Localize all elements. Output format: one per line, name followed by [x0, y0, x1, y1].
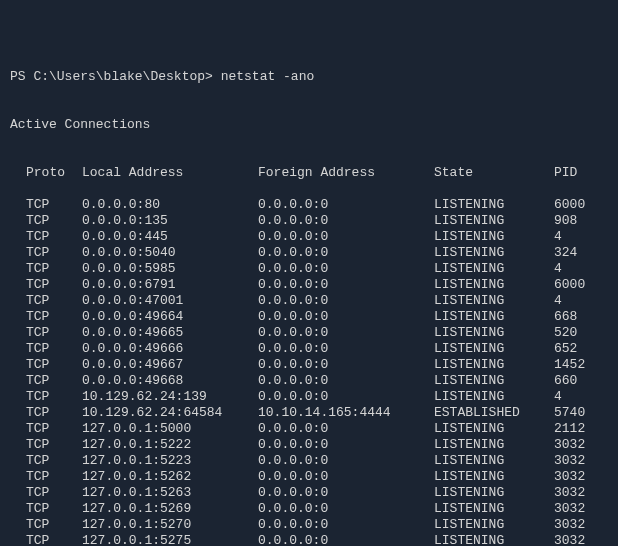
cell-foreign: 0.0.0.0:0: [258, 245, 434, 261]
cell-foreign: 10.10.14.165:4444: [258, 405, 434, 421]
cell-foreign: 0.0.0.0:0: [258, 229, 434, 245]
cell-pid: 3032: [554, 485, 585, 501]
cell-pid: 4: [554, 261, 562, 277]
connection-row: TCP127.0.0.1:50000.0.0.0:0LISTENING2112: [26, 421, 608, 437]
cell-local: 127.0.0.1:5275: [82, 533, 258, 546]
cell-proto: TCP: [26, 309, 82, 325]
cell-proto: TCP: [26, 245, 82, 261]
cell-state: LISTENING: [434, 373, 554, 389]
cell-local: 0.0.0.0:47001: [82, 293, 258, 309]
cell-pid: 4: [554, 293, 562, 309]
cell-state: LISTENING: [434, 469, 554, 485]
cell-proto: TCP: [26, 357, 82, 373]
cell-local: 0.0.0.0:5040: [82, 245, 258, 261]
cell-local: 127.0.0.1:5262: [82, 469, 258, 485]
cell-pid: 3032: [554, 533, 585, 546]
cell-foreign: 0.0.0.0:0: [258, 357, 434, 373]
cell-pid: 3032: [554, 453, 585, 469]
cell-state: LISTENING: [434, 261, 554, 277]
connection-row: TCP0.0.0.0:496650.0.0.0:0LISTENING520: [26, 325, 608, 341]
cell-local: 127.0.0.1:5269: [82, 501, 258, 517]
cell-pid: 324: [554, 245, 577, 261]
cell-proto: TCP: [26, 293, 82, 309]
cell-local: 127.0.0.1:5000: [82, 421, 258, 437]
cell-state: LISTENING: [434, 197, 554, 213]
cell-foreign: 0.0.0.0:0: [258, 469, 434, 485]
cell-state: LISTENING: [434, 229, 554, 245]
cell-foreign: 0.0.0.0:0: [258, 501, 434, 517]
connection-row: TCP127.0.0.1:52750.0.0.0:0LISTENING3032: [26, 533, 608, 546]
col-foreign-header: Foreign Address: [258, 165, 434, 181]
connection-row: TCP127.0.0.1:52620.0.0.0:0LISTENING3032: [26, 469, 608, 485]
connection-row: TCP127.0.0.1:52630.0.0.0:0LISTENING3032: [26, 485, 608, 501]
cell-proto: TCP: [26, 261, 82, 277]
cell-pid: 6000: [554, 197, 585, 213]
cell-state: LISTENING: [434, 309, 554, 325]
col-proto-header: Proto: [26, 165, 82, 181]
cell-foreign: 0.0.0.0:0: [258, 197, 434, 213]
cell-proto: TCP: [26, 421, 82, 437]
cell-proto: TCP: [26, 229, 82, 245]
cell-foreign: 0.0.0.0:0: [258, 533, 434, 546]
cell-proto: TCP: [26, 469, 82, 485]
cell-local: 0.0.0.0:49666: [82, 341, 258, 357]
cell-proto: TCP: [26, 213, 82, 229]
cell-state: LISTENING: [434, 453, 554, 469]
connection-row: TCP10.129.62.24:6458410.10.14.165:4444ES…: [26, 405, 608, 421]
connection-row: TCP0.0.0.0:496640.0.0.0:0LISTENING668: [26, 309, 608, 325]
cell-pid: 908: [554, 213, 577, 229]
cell-proto: TCP: [26, 277, 82, 293]
cell-pid: 668: [554, 309, 577, 325]
connection-row: TCP127.0.0.1:52230.0.0.0:0LISTENING3032: [26, 453, 608, 469]
connection-row: TCP0.0.0.0:496670.0.0.0:0LISTENING1452: [26, 357, 608, 373]
cell-state: LISTENING: [434, 533, 554, 546]
cell-foreign: 0.0.0.0:0: [258, 341, 434, 357]
cell-local: 0.0.0.0:445: [82, 229, 258, 245]
cell-local: 0.0.0.0:6791: [82, 277, 258, 293]
cell-state: LISTENING: [434, 293, 554, 309]
cell-proto: TCP: [26, 453, 82, 469]
cell-foreign: 0.0.0.0:0: [258, 437, 434, 453]
cell-state: LISTENING: [434, 517, 554, 533]
cell-state: LISTENING: [434, 437, 554, 453]
cell-foreign: 0.0.0.0:0: [258, 293, 434, 309]
cell-proto: TCP: [26, 533, 82, 546]
cell-local: 127.0.0.1:5263: [82, 485, 258, 501]
cell-foreign: 0.0.0.0:0: [258, 261, 434, 277]
cell-proto: TCP: [26, 437, 82, 453]
cell-state: LISTENING: [434, 421, 554, 437]
cell-local: 0.0.0.0:49667: [82, 357, 258, 373]
connection-row: TCP0.0.0.0:1350.0.0.0:0LISTENING908: [26, 213, 608, 229]
cell-proto: TCP: [26, 405, 82, 421]
cell-local: 0.0.0.0:135: [82, 213, 258, 229]
cell-local: 0.0.0.0:5985: [82, 261, 258, 277]
cell-state: LISTENING: [434, 389, 554, 405]
column-headers: ProtoLocal AddressForeign AddressStatePI…: [26, 165, 608, 181]
cell-state: LISTENING: [434, 245, 554, 261]
cell-state: LISTENING: [434, 341, 554, 357]
connection-row: TCP0.0.0.0:496660.0.0.0:0LISTENING652: [26, 341, 608, 357]
cell-foreign: 0.0.0.0:0: [258, 485, 434, 501]
col-local-header: Local Address: [82, 165, 258, 181]
cell-pid: 3032: [554, 469, 585, 485]
cell-pid: 3032: [554, 501, 585, 517]
cell-local: 0.0.0.0:80: [82, 197, 258, 213]
cell-proto: TCP: [26, 197, 82, 213]
connection-row: TCP0.0.0.0:800.0.0.0:0LISTENING6000: [26, 197, 608, 213]
cell-foreign: 0.0.0.0:0: [258, 309, 434, 325]
col-pid-header: PID: [554, 165, 577, 181]
cell-local: 127.0.0.1:5223: [82, 453, 258, 469]
cell-state: LISTENING: [434, 213, 554, 229]
col-state-header: State: [434, 165, 554, 181]
cell-foreign: 0.0.0.0:0: [258, 389, 434, 405]
cell-proto: TCP: [26, 373, 82, 389]
connection-row: TCP10.129.62.24:1390.0.0.0:0LISTENING4: [26, 389, 608, 405]
cell-pid: 652: [554, 341, 577, 357]
cell-foreign: 0.0.0.0:0: [258, 213, 434, 229]
cell-state: LISTENING: [434, 501, 554, 517]
connection-rows: TCP0.0.0.0:800.0.0.0:0LISTENING6000TCP0.…: [10, 197, 608, 546]
cell-pid: 3032: [554, 437, 585, 453]
cell-state: ESTABLISHED: [434, 405, 554, 421]
connection-row: TCP127.0.0.1:52690.0.0.0:0LISTENING3032: [26, 501, 608, 517]
cell-local: 0.0.0.0:49668: [82, 373, 258, 389]
